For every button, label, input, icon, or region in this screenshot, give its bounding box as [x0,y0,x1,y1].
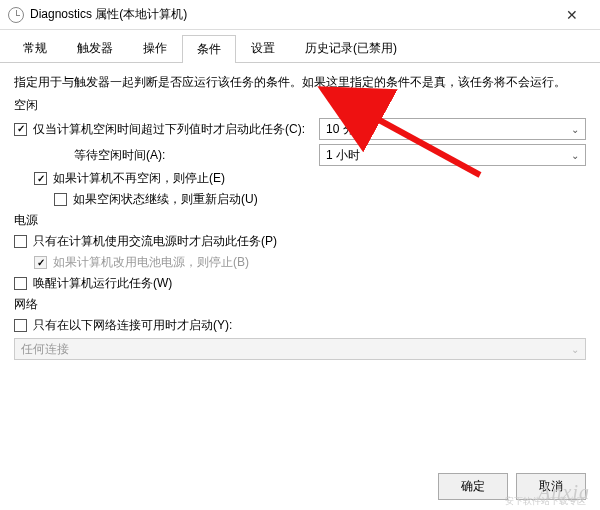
ok-button[interactable]: 确定 [438,473,508,500]
clock-icon [8,7,24,23]
select-wait-idle[interactable]: 1 小时 ⌄ [319,144,586,166]
chevron-down-icon: ⌄ [571,150,579,161]
label-wait-idle: 等待空闲时间(A): [74,147,165,164]
chevron-down-icon: ⌄ [571,344,579,355]
tab-triggers[interactable]: 触发器 [62,34,128,62]
description: 指定用于与触发器一起判断是否应运行该任务的条件。如果这里指定的条件不是真，该任务… [14,73,586,91]
watermark-sub: 安下软件站下载专区 [505,495,586,508]
section-idle: 空闲 [14,97,586,114]
chevron-down-icon: ⌄ [571,124,579,135]
label-start-if-idle: 仅当计算机空闲时间超过下列值时才启动此任务(C): [33,121,305,138]
tab-general[interactable]: 常规 [8,34,62,62]
close-icon: ✕ [566,7,578,23]
tab-history[interactable]: 历史记录(已禁用) [290,34,412,62]
section-network: 网络 [14,296,586,313]
select-idle-duration-value: 10 分钟 [326,121,367,138]
checkbox-wake[interactable] [14,277,27,290]
select-wait-idle-value: 1 小时 [326,147,360,164]
select-idle-duration[interactable]: 10 分钟 ⌄ [319,118,586,140]
checkbox-only-ac[interactable] [14,235,27,248]
content: 指定用于与触发器一起判断是否应运行该任务的条件。如果这里指定的条件不是真，该任务… [0,63,600,374]
checkbox-only-if-net[interactable] [14,319,27,332]
window-title: Diagnostics 属性(本地计算机) [30,6,552,23]
close-button[interactable]: ✕ [552,3,592,27]
checkbox-stop-if-not-idle[interactable] [34,172,47,185]
label-wake: 唤醒计算机运行此任务(W) [33,275,172,292]
section-power: 电源 [14,212,586,229]
label-restart-if-idle: 如果空闲状态继续，则重新启动(U) [73,191,258,208]
select-network: 任何连接 ⌄ [14,338,586,360]
checkbox-start-if-idle[interactable] [14,123,27,136]
checkbox-stop-on-battery [34,256,47,269]
tabs: 常规 触发器 操作 条件 设置 历史记录(已禁用) [0,30,600,63]
label-only-if-net: 只有在以下网络连接可用时才启动(Y): [33,317,232,334]
tab-actions[interactable]: 操作 [128,34,182,62]
checkbox-restart-if-idle[interactable] [54,193,67,206]
label-stop-on-battery: 如果计算机改用电池电源，则停止(B) [53,254,249,271]
titlebar: Diagnostics 属性(本地计算机) ✕ [0,0,600,30]
tab-settings[interactable]: 设置 [236,34,290,62]
label-only-ac: 只有在计算机使用交流电源时才启动此任务(P) [33,233,277,250]
tab-conditions[interactable]: 条件 [182,35,236,63]
select-network-value: 任何连接 [21,341,69,358]
label-stop-if-not-idle: 如果计算机不再空闲，则停止(E) [53,170,225,187]
